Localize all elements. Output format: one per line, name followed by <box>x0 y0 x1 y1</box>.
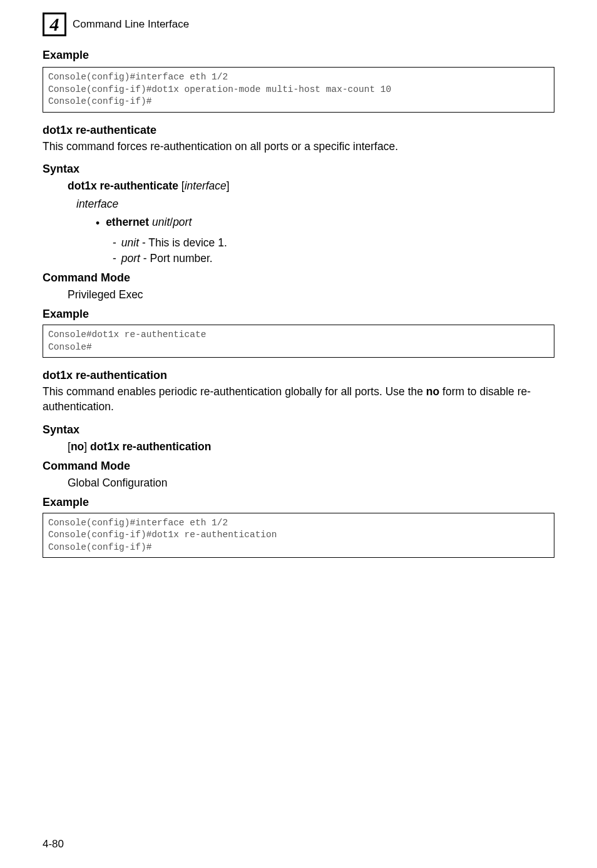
sub-bullet-unit: - unit - This is device 1. <box>113 236 554 250</box>
syntax-bracket-close-1: ] <box>227 179 230 192</box>
syntax-line-1: dot1x re-authenticate [interface] <box>68 179 554 193</box>
cmd-mode-heading-1: Command Mode <box>43 271 554 285</box>
syntax-line-2: [no] dot1x re-authentication <box>68 440 554 453</box>
bullet-ethernet: • ethernet unit/port <box>96 216 554 230</box>
chapter-number: 4 <box>50 14 59 35</box>
cmd-mode-text-1: Privileged Exec <box>68 288 554 301</box>
sub-port-text: - Port number. <box>140 252 213 265</box>
page-number: 4-80 <box>43 838 64 850</box>
sub-content-1: unit - This is device 1. <box>121 236 227 250</box>
syntax-bracket-close-2: ] <box>84 440 90 453</box>
sub-unit-text: - This is device 1. <box>142 236 227 249</box>
cmd-mode-text-2: Global Configuration <box>68 477 554 490</box>
chapter-number-box: 4 <box>43 13 66 36</box>
code-block-2: Console#dot1x re-authenticate Console# <box>43 325 554 358</box>
sub-content-2: port - Port number. <box>121 252 213 265</box>
header-title: Command Line Interface <box>73 18 189 31</box>
bullet-bold: ethernet <box>106 216 149 228</box>
bullet-list-1: • ethernet unit/port <box>96 216 554 230</box>
section-desc-1: This command forces re-authentication on… <box>43 139 554 154</box>
bullet-dot-icon: • <box>96 217 100 230</box>
bullet-content: ethernet unit/port <box>106 216 191 229</box>
syntax-heading-1: Syntax <box>43 163 554 176</box>
syntax-no: no <box>71 440 84 453</box>
syntax-cmd-2: dot1x re-authentication <box>90 440 212 453</box>
syntax-param-1: interface <box>185 179 227 192</box>
syntax-heading-2: Syntax <box>43 423 554 437</box>
example-heading-1: Example <box>43 49 554 62</box>
section-title-1: dot1x re-authenticate <box>43 124 554 137</box>
syntax-bracket-open-1: [ <box>178 179 185 192</box>
dash-icon-1: - <box>113 236 116 250</box>
interface-label: interface <box>76 198 554 211</box>
dash-icon-2: - <box>113 252 116 265</box>
cmd-mode-heading-2: Command Mode <box>43 460 554 473</box>
syntax-command-1: dot1x re-authenticate <box>68 179 178 192</box>
desc-pre: This command enables periodic re-authent… <box>43 385 426 398</box>
bullet-unit: unit <box>149 216 170 228</box>
page-header: 4 Command Line Interface <box>43 13 554 36</box>
example-heading-2: Example <box>43 308 554 321</box>
sub-unit-italic: unit <box>121 236 142 249</box>
section-title-2: dot1x re-authentication <box>43 369 554 382</box>
bullet-port: port <box>173 216 191 228</box>
sub-bullet-port: - port - Port number. <box>113 252 554 265</box>
desc-bold-no: no <box>426 385 439 398</box>
example-heading-3: Example <box>43 496 554 509</box>
code-block-3: Console(config)#interface eth 1/2 Consol… <box>43 513 554 558</box>
code-block-1: Console(config)#interface eth 1/2 Consol… <box>43 67 554 113</box>
sub-port-italic: port <box>121 252 140 265</box>
section-desc-2: This command enables periodic re-authent… <box>43 385 554 414</box>
